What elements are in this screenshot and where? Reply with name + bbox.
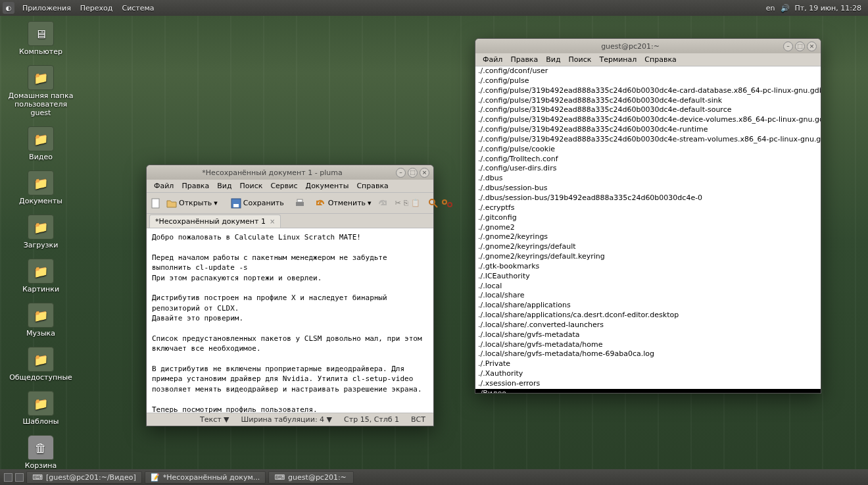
desktop-icon-home[interactable]: 📁Домашняя папка пользователя guest: [8, 65, 74, 117]
icon-label: Документы: [19, 197, 62, 205]
redo-icon[interactable]: [377, 196, 387, 211]
terminal-menu-1[interactable]: Правка: [507, 54, 541, 65]
volume-icon[interactable]: 🔊: [781, 4, 790, 13]
desktop-icon-trash[interactable]: 🗑Корзина: [8, 435, 74, 470]
terminal-output[interactable]: ./.config/dconf/user./.config/pulse./.co…: [475, 66, 821, 393]
editor-tabs: *Несохранённый документ 1×: [147, 214, 433, 228]
terminal-line: ./.gitconfig: [475, 213, 821, 223]
editor-menu-3[interactable]: Поиск: [237, 180, 266, 191]
home-icon: 📁: [28, 65, 54, 90]
terminal-line: ./.config/pulse/319b492ead888a335c24d60b…: [475, 105, 821, 115]
menu-applications[interactable]: Приложения: [18, 2, 75, 14]
svg-point-7: [443, 200, 446, 204]
save-button[interactable]: Сохранить: [228, 197, 287, 210]
minimize-button[interactable]: –: [783, 41, 793, 51]
close-tab-icon[interactable]: ×: [270, 218, 275, 225]
desktop-icon-music[interactable]: 📁Музыка: [8, 303, 74, 338]
new-file-icon[interactable]: [151, 196, 161, 211]
taskbar-item-0[interactable]: ⌨[guest@pc201:~/Видео]: [26, 471, 142, 484]
status-position: Стр 15, Стлб 1: [344, 415, 399, 424]
bottom-panel: ⌨[guest@pc201:~/Видео]📝*Несохранённый до…: [0, 469, 868, 485]
editor-menu-4[interactable]: Сервис: [267, 180, 301, 191]
print-icon[interactable]: [295, 196, 305, 211]
paste-icon[interactable]: 📋: [411, 196, 420, 211]
editor-menu-5[interactable]: Документы: [302, 180, 352, 191]
terminal-line: ./.xsession-errors: [475, 379, 821, 389]
copy-icon[interactable]: ⎘: [404, 196, 408, 211]
keyboard-layout[interactable]: en: [766, 4, 775, 13]
svg-point-8: [448, 203, 452, 207]
documents-icon: 📁: [28, 170, 54, 195]
taskbar-item-2[interactable]: ⌨guest@pc201:~: [268, 471, 354, 484]
terminal-line: ./.dbus: [475, 174, 821, 184]
svg-point-5: [429, 199, 435, 205]
svg-rect-4: [297, 199, 302, 202]
svg-rect-3: [296, 202, 304, 206]
minimize-button[interactable]: –: [396, 168, 406, 178]
computer-icon: 🖥: [28, 21, 54, 46]
maximize-button[interactable]: ⬚: [408, 168, 418, 178]
terminal-titlebar[interactable]: guest@pc201:~ – ⬚ ×: [475, 39, 821, 53]
desktop-icon-computer[interactable]: 🖥Компьютер: [8, 21, 74, 56]
terminal-menubar: ФайлПравкаВидПоискТерминалСправка: [475, 53, 821, 66]
terminal-line: ./.gnome2/keyrings/default.keyring: [475, 252, 821, 262]
terminal-line: ./.config/pulse/319b492ead888a335c24d60b…: [475, 135, 821, 145]
close-button[interactable]: ×: [420, 168, 429, 178]
icon-label: Домашняя папка пользователя guest: [8, 91, 74, 117]
desktop-icon-documents[interactable]: 📁Документы: [8, 170, 74, 205]
terminal-menu-0[interactable]: Файл: [479, 54, 506, 65]
editor-menu-1[interactable]: Правка: [178, 180, 212, 191]
terminal-line: ./.gnome2/keyrings: [475, 232, 821, 242]
terminal-line: ./.local: [475, 282, 821, 292]
cut-icon[interactable]: ✂: [395, 196, 401, 211]
terminal-menu-4[interactable]: Терминал: [596, 54, 640, 65]
icon-label: Общедоступные: [9, 373, 72, 382]
status-syntax[interactable]: Текст ▼: [200, 415, 229, 424]
terminal-menu-2[interactable]: Вид: [542, 54, 564, 65]
menu-system[interactable]: Система: [118, 2, 158, 14]
taskbar-item-1[interactable]: 📝*Несохранённый докум...: [145, 471, 266, 484]
icon-label: Загрузки: [24, 241, 59, 249]
editor-titlebar[interactable]: *Несохранённый документ 1 - pluma – ⬚ ×: [147, 165, 433, 180]
terminal-menu-5[interactable]: Справка: [641, 54, 679, 65]
maximize-button[interactable]: ⬚: [795, 41, 805, 51]
templates-icon: 📁: [28, 391, 54, 416]
status-insert: ВСТ: [411, 415, 425, 424]
terminal-line: ./.config/pulse/319b492ead888a335c24d60b…: [475, 96, 821, 106]
editor-menu-6[interactable]: Справка: [353, 180, 391, 191]
desktop-icon-templates[interactable]: 📁Шаблоны: [8, 391, 74, 426]
desktop-icon-public[interactable]: 📁Общедоступные: [8, 347, 74, 382]
close-button[interactable]: ×: [807, 41, 817, 51]
distro-logo-icon[interactable]: ◐: [3, 2, 14, 14]
status-tabwidth[interactable]: Ширина табуляции: 4 ▼: [241, 415, 333, 424]
undo-button[interactable]: Отменить▾: [313, 197, 374, 209]
menu-places[interactable]: Переход: [76, 2, 117, 14]
terminal-line: ./.local/share/applications: [475, 301, 821, 311]
terminal-menu-3[interactable]: Поиск: [566, 54, 595, 65]
terminal-line: ./.config/pulse/319b492ead888a335c24d60b…: [475, 125, 821, 135]
terminal-line: ./.dbus/session-bus/319b492ead888a335c24…: [475, 193, 821, 203]
terminal-title: guest@pc201:~: [479, 42, 781, 51]
terminal-line: ./.config/Trolltech.conf: [475, 155, 821, 165]
desktop-icon-pictures[interactable]: 📁Картинки: [8, 259, 74, 294]
desktop-icon-downloads[interactable]: 📁Загрузки: [8, 215, 74, 249]
terminal-icon: ⌨: [274, 473, 285, 482]
search-icon[interactable]: [428, 196, 439, 211]
terminal-line: ./.dbus/session-bus: [475, 184, 821, 193]
terminal-line: ./.local/share/gvfs-metadata/home: [475, 340, 821, 350]
task-label: *Несохранённый докум...: [163, 473, 260, 482]
svg-line-6: [434, 204, 437, 207]
terminal-line: ./.config/pulse/cookie: [475, 145, 821, 155]
desktop-icon-video[interactable]: 📁Видео: [8, 126, 74, 161]
trash-icon: 🗑: [28, 435, 54, 460]
editor-menu-0[interactable]: Файл: [151, 180, 177, 191]
search-replace-icon[interactable]: [441, 196, 453, 211]
terminal-line: ./.local/share/.converted-launchers: [475, 320, 821, 330]
editor-menu-2[interactable]: Вид: [214, 180, 235, 191]
editor-textarea[interactable]: Добро пожаловать в Calculate Linux Scrat…: [147, 228, 433, 413]
document-tab[interactable]: *Несохранённый документ 1×: [149, 215, 281, 228]
open-button[interactable]: Открыть▾: [164, 197, 220, 209]
show-desktop-icon[interactable]: [4, 473, 12, 482]
clock[interactable]: Пт, 19 июн, 11:28: [795, 4, 861, 13]
workspace-switcher-icon[interactable]: [15, 473, 24, 482]
